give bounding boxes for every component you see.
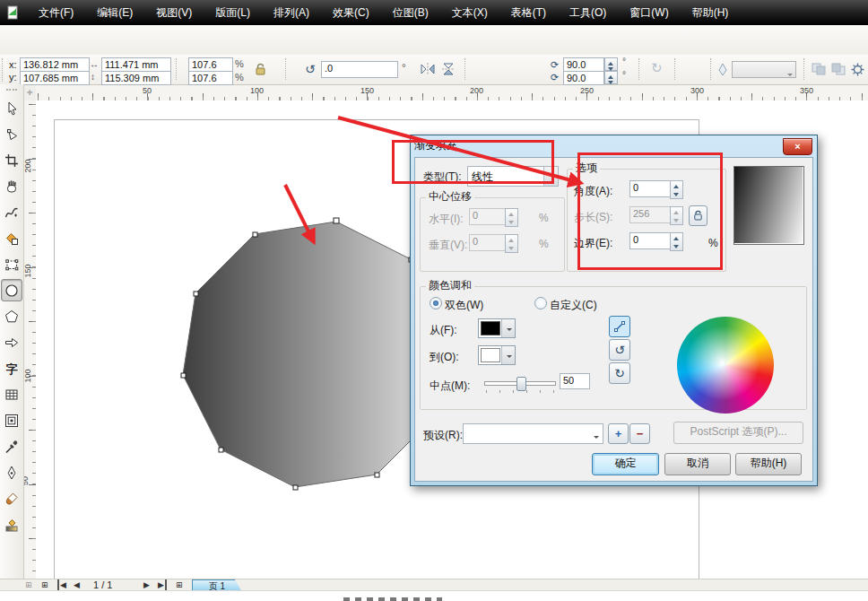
menu-edit[interactable]: 编辑(E) <box>85 0 144 25</box>
pick-tool[interactable] <box>1 97 22 119</box>
text-tool[interactable]: 字 <box>1 357 22 379</box>
horizontal-spinner[interactable] <box>505 208 518 227</box>
ok-label: 确定 <box>615 457 637 469</box>
crop-tool[interactable] <box>1 149 22 171</box>
scale-x-input[interactable]: 107.6 <box>188 57 233 72</box>
y-position-input[interactable]: 107.685 mm <box>20 71 90 85</box>
options-group-title: 选项 <box>573 162 600 173</box>
vruler-label: 200 <box>23 159 32 172</box>
gradient-type-value: 线性 <box>472 170 493 185</box>
from-color-arrow-icon[interactable] <box>501 319 515 337</box>
ok-button[interactable]: 确定 <box>592 453 659 475</box>
dialog-close-button[interactable]: × <box>783 138 812 155</box>
menu-table[interactable]: 表格(T) <box>499 0 558 25</box>
two-color-radio[interactable] <box>430 297 442 309</box>
menu-file[interactable]: 文件(F) <box>27 0 85 25</box>
custom-radio[interactable] <box>534 297 547 309</box>
menu-help[interactable]: 帮助(H) <box>681 0 741 25</box>
preset-remove-button[interactable]: − <box>629 423 650 444</box>
outline-pen-tool[interactable] <box>1 461 22 483</box>
to-color-arrow-icon[interactable] <box>501 346 515 364</box>
outline-width-icon <box>717 63 728 76</box>
arc-start-input[interactable]: 90.0 <box>563 57 604 72</box>
preset-combo[interactable] <box>463 423 603 444</box>
cancel-button[interactable]: 取消 <box>664 453 731 475</box>
toolbox-grip[interactable] <box>6 89 17 93</box>
menu-effects[interactable]: 效果(C) <box>321 0 381 25</box>
type-label: 类型(T): <box>423 170 462 185</box>
to-color-picker[interactable] <box>478 345 516 365</box>
arc-end-input[interactable]: 90.0 <box>563 71 604 85</box>
basic-shapes-tool[interactable] <box>1 331 22 353</box>
menu-window[interactable]: 窗口(W) <box>618 0 680 25</box>
x-position-input[interactable]: 136.812 mm <box>20 57 90 72</box>
center-offset-title: 中心位移 <box>426 191 474 202</box>
arc-end-spinner[interactable] <box>604 71 618 84</box>
from-color-swatch <box>481 321 500 335</box>
polygon-tool[interactable] <box>1 305 22 327</box>
shape-tool[interactable] <box>1 123 22 145</box>
pan-tool[interactable] <box>1 175 22 197</box>
mirror-vertical-icon[interactable] <box>441 62 457 76</box>
blend-cw-button[interactable]: ↻ <box>609 362 630 384</box>
hruler-label: 150 <box>360 86 374 95</box>
preset-add-button[interactable]: + <box>608 423 629 444</box>
midpoint-input[interactable]: 50 <box>560 373 590 389</box>
steps-lock-button[interactable] <box>689 205 707 226</box>
steps-spinner[interactable] <box>670 206 683 225</box>
ruler-origin[interactable]: ✛ <box>23 85 37 101</box>
arc-start-spinner[interactable] <box>604 57 618 71</box>
mirror-horizontal-icon[interactable] <box>420 62 436 76</box>
vertical-input[interactable]: 0 <box>469 234 506 251</box>
menu-text[interactable]: 文本(X) <box>440 0 499 25</box>
outline-width-combo[interactable] <box>732 61 796 78</box>
midpoint-slider[interactable] <box>484 377 556 391</box>
blend-ccw-button[interactable]: ↺ <box>609 339 630 361</box>
menu-bitmaps[interactable]: 位图(B) <box>381 0 440 25</box>
help-button[interactable]: 帮助(H) <box>735 453 802 475</box>
eyedropper-tool[interactable] <box>1 435 22 457</box>
menu-layout[interactable]: 版面(L) <box>204 0 262 25</box>
rectangle-tool[interactable] <box>1 253 22 275</box>
scale-x-percent: % <box>235 58 244 69</box>
table-tool[interactable] <box>1 383 22 405</box>
width-input[interactable]: 111.471 mm <box>101 57 171 72</box>
rotation-angle-input[interactable]: .0 <box>321 61 398 78</box>
menu-bar: 文件(F) 编辑(E) 视图(V) 版面(L) 排列(A) 效果(C) 位图(B… <box>0 0 868 25</box>
freehand-tool[interactable] <box>1 201 22 223</box>
menu-tools[interactable]: 工具(O) <box>558 0 618 25</box>
settings-gear-icon[interactable] <box>850 62 865 77</box>
menu-view[interactable]: 视图(V) <box>144 0 204 25</box>
color-blend-title: 颜色调和 <box>426 280 474 291</box>
edge-input[interactable]: 0 <box>629 232 671 249</box>
midpoint-slider-thumb[interactable] <box>516 377 526 391</box>
app-icon[interactable] <box>5 4 20 21</box>
vertical-spinner[interactable] <box>505 234 518 253</box>
vertical-unit: % <box>539 238 549 250</box>
dialog-body: 类型(T): 线性 选项 角度(A): 0 步长(S): 256 边界(E): … <box>414 157 813 482</box>
contour-tool[interactable] <box>1 409 22 431</box>
horizontal-input[interactable]: 0 <box>469 208 506 225</box>
gradient-type-combo[interactable]: 线性 <box>467 166 559 187</box>
to-back-icon[interactable] <box>830 62 846 76</box>
arc-direction-icon[interactable]: ↻ <box>651 60 663 76</box>
scale-y-input[interactable]: 107.6 <box>188 71 233 85</box>
lock-ratio-icon[interactable] <box>255 63 266 76</box>
fill-tool[interactable] <box>1 487 22 510</box>
angle-spinner[interactable] <box>670 180 683 199</box>
smart-fill-tool[interactable] <box>1 227 22 249</box>
status-bar <box>0 590 868 601</box>
edge-spinner[interactable] <box>670 232 683 251</box>
steps-input[interactable]: 256 <box>629 206 671 223</box>
height-input[interactable]: 115.309 mm <box>101 71 171 85</box>
blend-direct-button[interactable] <box>609 316 630 337</box>
angle-input[interactable]: 0 <box>629 180 671 197</box>
to-front-icon[interactable] <box>811 62 827 76</box>
interactive-fill-tool[interactable] <box>1 513 22 536</box>
color-wheel[interactable] <box>677 317 774 414</box>
from-color-picker[interactable] <box>478 318 516 338</box>
type-combo-arrow-icon[interactable] <box>543 167 558 186</box>
postscript-options-button[interactable]: PostScript 选项(P)... <box>673 422 803 444</box>
ellipse-tool[interactable] <box>1 279 22 301</box>
menu-arrange[interactable]: 排列(A) <box>262 0 321 25</box>
